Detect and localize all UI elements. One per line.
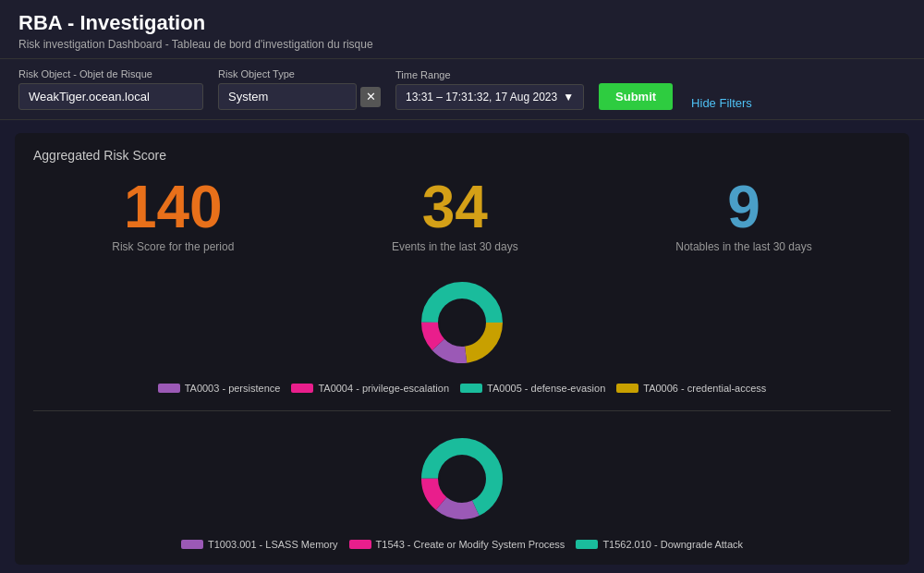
legend-item-t1543: T1543 - Create or Modify System Process <box>349 539 565 550</box>
filters-bar: Risk Object - Objet de Risque Risk Objec… <box>0 59 924 120</box>
header: RBA - Investigation Risk investigation D… <box>0 0 924 59</box>
legend-swatch-ta0004 <box>291 384 313 393</box>
legend-swatch-ta0003 <box>158 384 180 393</box>
legend-label-t1562: T1562.010 - Downgrade Attack <box>602 539 743 550</box>
notables-block: 9 Notables in the last 30 days <box>675 177 811 253</box>
risk-object-input[interactable] <box>18 83 203 110</box>
risk-object-type-select-wrap: System ✕ <box>218 83 381 110</box>
chart1-donut <box>411 272 513 373</box>
events-block: 34 Events in the last 30 days <box>392 177 518 253</box>
chart2-legend: T1003.001 - LSASS Memory T1543 - Create … <box>181 539 743 550</box>
legend-label-ta0004: TA0004 - privilege-escalation <box>318 383 449 394</box>
legend-swatch-t1543 <box>349 540 371 549</box>
time-range-label: Time Range <box>395 69 584 80</box>
legend-label-ta0005: TA0005 - defense-evasion <box>487 383 605 394</box>
risk-object-type-label: Risk Object Type <box>218 68 381 79</box>
legend-item-ta0006: TA0006 - credential-access <box>616 383 766 394</box>
aggregated-risk-score-title: Aggregated Risk Score <box>33 148 891 163</box>
time-range-filter: Time Range 13:31 – 17:31:32, 17 Aug 2023… <box>395 69 584 110</box>
chart1-legend: TA0003 - persistence TA0004 - privilege-… <box>158 383 767 394</box>
chart2-section: T1003.001 - LSASS Memory T1543 - Create … <box>33 428 891 550</box>
chart1-svg <box>411 272 513 373</box>
chart-divider <box>33 410 891 411</box>
stats-row: 140 Risk Score for the period 34 Events … <box>33 177 891 253</box>
legend-item-ta0005: TA0005 - defense-evasion <box>460 383 605 394</box>
chart2-donut <box>411 428 513 530</box>
main-content: Aggregated Risk Score 140 Risk Score for… <box>15 133 909 565</box>
legend-item-t1562: T1562.010 - Downgrade Attack <box>576 539 743 550</box>
notables-label: Notables in the last 30 days <box>675 240 811 253</box>
page-title: RBA - Investigation <box>18 11 906 35</box>
time-range-value: 13:31 – 17:31:32, 17 Aug 2023 <box>406 91 557 104</box>
hide-filters-button[interactable]: Hide Filters <box>691 96 752 110</box>
risk-score-value: 140 <box>112 177 234 237</box>
legend-swatch-ta0005 <box>460 384 482 393</box>
events-label: Events in the last 30 days <box>392 240 518 253</box>
legend-label-t1003: T1003.001 - LSASS Memory <box>208 539 338 550</box>
risk-score-block: 140 Risk Score for the period <box>112 177 234 253</box>
legend-item-ta0003: TA0003 - persistence <box>158 383 281 394</box>
svg-point-5 <box>440 300 484 345</box>
legend-swatch-ta0006 <box>616 384 638 393</box>
risk-object-type-select[interactable]: System <box>218 83 357 110</box>
risk-object-type-filter: Risk Object Type System ✕ <box>218 68 381 110</box>
svg-point-10 <box>440 457 484 501</box>
legend-item-t1003: T1003.001 - LSASS Memory <box>181 539 338 550</box>
risk-score-label: Risk Score for the period <box>112 240 234 253</box>
legend-swatch-t1003 <box>181 540 203 549</box>
clear-type-button[interactable]: ✕ <box>360 87 381 107</box>
legend-swatch-t1562 <box>576 540 598 549</box>
risk-object-label: Risk Object - Objet de Risque <box>18 68 203 79</box>
risk-object-filter: Risk Object - Objet de Risque <box>18 68 203 110</box>
legend-item-ta0004: TA0004 - privilege-escalation <box>291 383 449 394</box>
events-count-value: 34 <box>392 177 518 237</box>
page-subtitle: Risk investigation Dashboard - Tableau d… <box>18 38 906 51</box>
legend-label-ta0003: TA0003 - persistence <box>185 383 281 394</box>
chevron-down-icon: ▼ <box>563 91 574 104</box>
chart2-svg <box>411 428 513 530</box>
legend-label-t1543: T1543 - Create or Modify System Process <box>376 539 565 550</box>
time-range-wrap: 13:31 – 17:31:32, 17 Aug 2023 ▼ <box>395 84 584 110</box>
submit-button[interactable]: Submit <box>599 83 673 110</box>
chart1-section: TA0003 - persistence TA0004 - privilege-… <box>33 272 891 394</box>
charts-area: TA0003 - persistence TA0004 - privilege-… <box>33 272 891 550</box>
legend-label-ta0006: TA0006 - credential-access <box>643 383 766 394</box>
notables-count-value: 9 <box>675 177 811 237</box>
time-range-button[interactable]: 13:31 – 17:31:32, 17 Aug 2023 ▼ <box>395 84 584 110</box>
